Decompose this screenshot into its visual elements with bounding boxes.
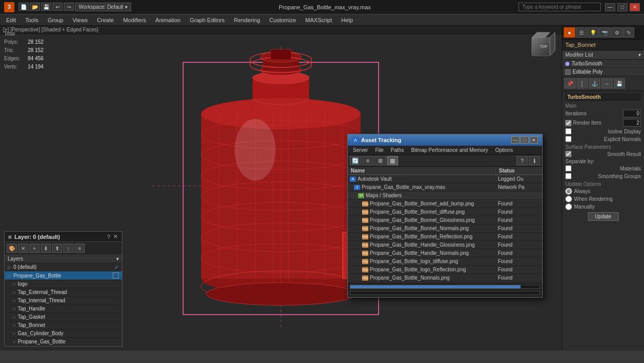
maximize-btn[interactable]: □ bbox=[617, 3, 628, 11]
at-refresh-btn[interactable]: 🔄 bbox=[350, 156, 361, 165]
new-btn[interactable]: 📄 bbox=[19, 3, 29, 11]
menu-customize[interactable]: Customize bbox=[265, 16, 300, 24]
at-grid-btn[interactable]: ⊞ bbox=[374, 156, 386, 165]
viewport[interactable]: [+] [Perspective] [Shaded + Edged Faces]… bbox=[0, 26, 562, 351]
modifier-turbosmooth[interactable]: TurboSmooth bbox=[562, 60, 644, 68]
at-menu-bitmap[interactable]: Bitmap Performance and Memory bbox=[408, 147, 491, 153]
layer-item-bonnet[interactable]: ○ Tap_Bonnet bbox=[5, 321, 122, 330]
at-row-png-1[interactable]: PNG Propane_Gas_Bottle_Bonnet_add_bump.p… bbox=[348, 200, 542, 208]
layer-item-logo[interactable]: ○ logo bbox=[5, 280, 122, 288]
open-btn[interactable]: 📂 bbox=[30, 3, 40, 11]
layer-tb-btn-7[interactable]: ≡ bbox=[75, 244, 85, 253]
menu-help[interactable]: Help bbox=[337, 16, 357, 24]
rp-icon-4[interactable]: 📷 bbox=[599, 27, 611, 38]
editable-poly-checkbox[interactable] bbox=[565, 70, 570, 75]
at-row-png-5[interactable]: PNG Propane_Gas_Bottle_Bonnet_Reflection… bbox=[348, 233, 542, 241]
minimize-btn[interactable]: — bbox=[605, 3, 615, 11]
menu-views[interactable]: Views bbox=[68, 16, 92, 24]
layer-item-cylinder-body[interactable]: ○ Gas_Cylinder_Body bbox=[5, 330, 122, 338]
ts-manually-radio[interactable] bbox=[565, 203, 572, 210]
layer-item-gasket[interactable]: ○ Tap_Gasket bbox=[5, 313, 122, 321]
rp-icon-2[interactable]: ☰ bbox=[576, 27, 587, 38]
at-row-vault[interactable]: A Autodesk Vault Logged Ou bbox=[348, 175, 542, 183]
layer-item-handle[interactable]: ○ Tap_Handle bbox=[5, 305, 122, 313]
layer-tb-btn-5[interactable]: ⬆ bbox=[52, 244, 62, 253]
menu-modifiers[interactable]: Modifiers bbox=[119, 16, 150, 24]
ts-update-button[interactable]: Update bbox=[588, 212, 619, 221]
ts-when-rendering-radio[interactable] bbox=[565, 196, 572, 202]
at-table-body[interactable]: A Autodesk Vault Logged Ou 3 Propane_Gas… bbox=[348, 175, 542, 282]
at-row-maxfile[interactable]: 3 Propane_Gas_Bottle_max_vray.max Networ… bbox=[348, 183, 542, 192]
at-menu-file[interactable]: File bbox=[372, 147, 386, 153]
rp-icon-6[interactable]: ✎ bbox=[623, 27, 634, 38]
rp-icon-3[interactable]: 💡 bbox=[587, 27, 599, 38]
close-btn[interactable]: ✕ bbox=[630, 3, 640, 11]
at-row-png-9[interactable]: PNG Propane_Gas_Bottle_logo_Reflection.p… bbox=[348, 266, 542, 274]
menu-edit[interactable]: Edit bbox=[2, 16, 20, 24]
at-menu-paths[interactable]: Paths bbox=[388, 147, 407, 153]
redo-btn[interactable]: ↪ bbox=[64, 3, 74, 11]
at-restore-btn[interactable]: □ bbox=[521, 136, 529, 144]
at-close-btn[interactable]: ✕ bbox=[530, 136, 538, 144]
layer-tb-btn-3[interactable]: + bbox=[29, 244, 40, 253]
layer-vis-box[interactable] bbox=[113, 272, 119, 279]
menu-tools[interactable]: Tools bbox=[21, 16, 43, 24]
at-row-png-6[interactable]: PNG Propane_Gas_Bottle_Handle_Glossiness… bbox=[348, 241, 542, 249]
layer-item-ext-thread[interactable]: ○ Tap_External_Thread bbox=[5, 288, 122, 297]
turbosmooth-bullet bbox=[565, 62, 569, 66]
layer-item-propane[interactable]: ▷ Propane_Gas_Bottle bbox=[5, 271, 122, 280]
layer-item-int-thread[interactable]: ○ Tap_Internal_Thread bbox=[5, 297, 122, 305]
rp-icon-1[interactable]: ● bbox=[564, 27, 575, 38]
ts-iterations-input[interactable] bbox=[623, 110, 641, 117]
modifier-list-dropdown[interactable]: ▾ bbox=[638, 52, 641, 58]
layer-tb-btn-6[interactable]: ↕ bbox=[63, 244, 74, 253]
ts-materials-checkbox[interactable] bbox=[565, 165, 571, 171]
ts-explicit-normals-checkbox[interactable] bbox=[565, 136, 571, 142]
at-row-png-10[interactable]: PNG Propane_Gas_Bottle_Normals.png Found bbox=[348, 274, 542, 282]
layer-tb-btn-4[interactable]: ⬇ bbox=[41, 244, 51, 253]
at-png10-label: Propane_Gas_Bottle_Normals.png bbox=[370, 275, 450, 281]
at-help-btn[interactable]: ? bbox=[516, 156, 528, 165]
ts-isoline-checkbox[interactable] bbox=[565, 128, 571, 134]
workspace-dropdown[interactable]: Workspace: Default ▾ bbox=[75, 3, 131, 11]
menu-animation[interactable]: Animation bbox=[151, 16, 185, 24]
layer-tb-btn-1[interactable]: 🎨 bbox=[7, 244, 17, 253]
rp-tb-move[interactable]: ↔ bbox=[601, 78, 613, 89]
at-minimize-btn[interactable]: — bbox=[511, 136, 520, 144]
at-row-maps[interactable]: M Maps / Shaders bbox=[348, 192, 542, 200]
at-row-png-8[interactable]: PNG Propane_Gas_Bottle_logo_diffuse.png … bbox=[348, 257, 542, 266]
layer-item-bottle-obj[interactable]: ○ Propane_Gas_Bottle bbox=[5, 338, 122, 346]
menu-graph-editors[interactable]: Graph Editors bbox=[186, 16, 229, 24]
at-row-png-3[interactable]: PNG Propane_Gas_Bottle_Bonnet_Glossiness… bbox=[348, 216, 542, 224]
ts-render-iters-input[interactable] bbox=[623, 119, 641, 127]
at-info-btn[interactable]: ℹ bbox=[529, 156, 540, 165]
menu-create[interactable]: Create bbox=[93, 16, 118, 24]
save-btn[interactable]: 💾 bbox=[41, 3, 51, 11]
ts-smooth-result-checkbox[interactable] bbox=[565, 151, 571, 157]
at-row-png-7[interactable]: PNG Propane_Gas_Bottle_Handle_Normals.pn… bbox=[348, 249, 542, 257]
undo-btn[interactable]: ↩ bbox=[52, 3, 63, 11]
rp-tb-save[interactable]: 💾 bbox=[614, 78, 625, 89]
menu-rendering[interactable]: Rendering bbox=[230, 16, 264, 24]
at-menu-options[interactable]: Options bbox=[492, 147, 516, 153]
rp-tb-anchor[interactable]: ⚓ bbox=[589, 78, 600, 89]
menu-group[interactable]: Group bbox=[44, 16, 68, 24]
ts-always-radio[interactable] bbox=[565, 188, 572, 195]
ts-smoothing-groups-checkbox[interactable] bbox=[565, 173, 571, 179]
rp-icon-5[interactable]: ⚙ bbox=[611, 27, 622, 38]
rp-tb-pin[interactable]: 📌 bbox=[564, 78, 576, 89]
layer-close-btn[interactable]: ✕ bbox=[112, 233, 119, 240]
at-menu-server[interactable]: Server bbox=[350, 147, 371, 153]
at-row-png-4[interactable]: PNG Propane_Gas_Bottle_Bonnet_Normals.pn… bbox=[348, 224, 542, 233]
modifier-editable-poly[interactable]: Editable Poly bbox=[562, 68, 644, 76]
at-row-png-2[interactable]: PNG Propane_Gas_Bottle_Bonnet_diffuse.pn… bbox=[348, 208, 542, 216]
at-table-btn[interactable]: ▦ bbox=[387, 156, 398, 165]
search-input[interactable] bbox=[518, 3, 601, 11]
rp-tb-cursor[interactable]: │ bbox=[577, 78, 588, 89]
ts-render-iters-checkbox[interactable] bbox=[565, 120, 571, 126]
layer-help-btn[interactable]: ? bbox=[106, 233, 111, 240]
menu-maxscript[interactable]: MAXScript bbox=[301, 16, 336, 24]
layer-tb-btn-2[interactable]: ✕ bbox=[18, 244, 28, 253]
at-list-btn[interactable]: ≡ bbox=[362, 156, 373, 165]
layer-item-default[interactable]: ▷ 0 (default) ✓ bbox=[5, 263, 122, 271]
